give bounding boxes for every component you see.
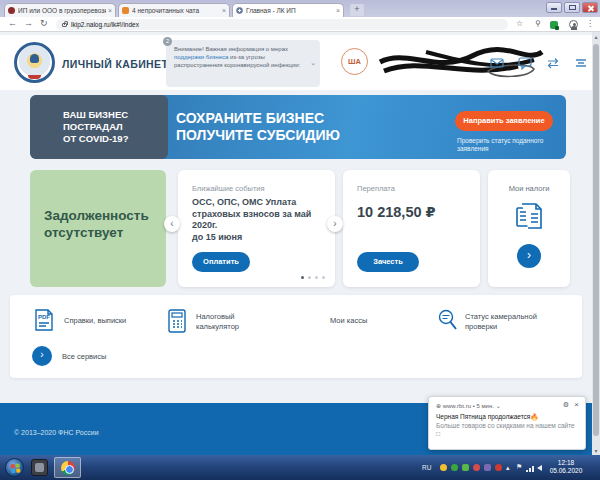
lock-icon [62,23,67,27]
tab-close-icon[interactable]: × [336,7,340,14]
events-title: ОСС, ОПС, ОМС Уплата страховых взносов з… [192,197,324,243]
banner-left-line: ПОСТРАДАЛ [63,121,168,133]
browser-tab-1[interactable]: ИП или ООО в грузоперевозк × [4,3,116,17]
scroll-down-icon[interactable]: ▾ [592,447,600,454]
windows-start-button[interactable] [5,458,24,477]
overpayment-card[interactable]: Переплата 10 218,50 ₽ Зачесть [343,170,480,287]
volume-icon[interactable] [537,465,542,471]
tray-icon-1[interactable] [440,464,447,471]
service-certificates[interactable]: Справки, выписки [64,316,126,326]
debt-status-card[interactable]: Задолженность отсутствует [30,170,166,287]
overpayment-label: Переплата [357,184,395,193]
gear-icon[interactable]: ⚙ [563,401,569,409]
tab-favicon [8,7,15,14]
globe-icon: ⊕ [436,403,441,409]
url-field[interactable]: lkip2.nalog.ru/lk#!/index [56,19,508,30]
chat-icon[interactable] [518,56,532,70]
service-my-cash-registers[interactable]: Мои кассы [330,316,367,326]
offset-button[interactable]: Зачесть [357,252,419,272]
chrome-icon [61,461,75,475]
taskbar-clock[interactable]: 12:18 05.06.2020 [545,459,587,475]
bookmark-star-icon[interactable]: ☆ [516,19,523,28]
tray-icon-5[interactable] [484,464,491,471]
tab-close-icon[interactable]: × [108,7,112,14]
chevron-down-icon[interactable]: ⌄ [310,59,316,67]
submit-application-button[interactable]: Направить заявление [455,111,553,131]
browser-titlebar: ИП или ООО в грузоперевозк × 4 непрочита… [0,0,600,17]
tab-favicon [236,7,243,14]
scroll-up-icon[interactable]: ▴ [592,33,600,40]
pdf-document-icon: PDF [34,309,54,337]
all-services-arrow-icon[interactable]: › [32,346,52,366]
network-icon[interactable] [526,466,535,472]
check-status-link[interactable]: Проверить статус поданного заявления [457,137,562,153]
subsidy-banner[interactable]: ВАШ БИЗНЕС ПОСТРАДАЛ ОТ COVID-19? СОХРАН… [30,95,566,159]
tab-favicon [122,7,129,14]
page-scrollbar[interactable]: ▴ ▾ [592,32,600,455]
push-notification[interactable]: ⊕ www.rbt.ru • 5 мин. ⌄ ⚙ × Черная Пятни… [428,396,586,450]
close-icon[interactable]: × [574,400,579,409]
chevron-down-icon[interactable]: ⌄ [496,403,501,409]
window-close-button[interactable] [582,2,598,13]
banner-left-line: ОТ COVID-19? [63,133,168,145]
debt-line: Задолженность [44,207,149,224]
transfer-arrows-icon[interactable] [546,56,560,70]
forward-icon[interactable]: → [24,18,33,28]
tray-icon-4[interactable] [473,464,480,471]
browser-tab-active[interactable]: Главная - ЛК ИП × [232,3,344,17]
my-taxes-label: Мои налоги [488,184,570,193]
notice-link[interactable]: поддержки бизнеса [174,54,228,60]
tray-icon-3[interactable] [462,464,469,471]
back-icon[interactable]: ← [8,18,17,28]
all-services-link[interactable]: Все сервисы [62,352,106,362]
carousel-prev-button[interactable]: ‹ [164,216,180,232]
banner-title-line: СОХРАНИТЕ БИЗНЕС [176,110,340,127]
pay-button[interactable]: Оплатить [192,252,250,272]
events-card[interactable]: Ближайшие события ОСС, ОПС, ОМС Уплата с… [178,170,335,287]
browser-addressbar: ← → ↻ lkip2.nalog.ru/lk#!/index ☆ ⚲ ⋮ [0,17,600,32]
tab-title: Главная - ЛК ИП [246,7,334,14]
avatar[interactable]: ША [341,48,368,75]
key-icon[interactable]: ⚲ [535,19,541,28]
banner-title: СОХРАНИТЕ БИЗНЕС ПОЛУЧИТЕ СУБСИДИЮ [176,110,340,144]
window-maximize-button[interactable] [564,2,580,13]
tab-title: ИП или ООО в грузоперевозк [18,7,106,14]
extension-icon[interactable] [550,21,558,29]
browser-tab-2[interactable]: 4 непрочитанных чата × [118,3,230,17]
my-taxes-card[interactable]: Мои налоги › [488,170,570,287]
scrollbar-thumb[interactable] [593,44,599,436]
hidden-icons-chevron[interactable]: ▴ [506,464,510,472]
calculator-icon [167,309,187,337]
notification-header: ⊕ www.rbt.ru • 5 мин. ⌄ [436,402,501,409]
svg-text:PDF: PDF [38,314,50,320]
service-desk-audit-status[interactable]: Статус камеральной проверки [465,312,549,331]
mail-icon[interactable] [490,56,504,70]
window-minimize-button[interactable] [546,2,562,13]
debt-status-text: Задолженность отсутствует [44,207,149,241]
my-taxes-arrow-button[interactable]: › [517,244,541,268]
taskbar-chrome-button[interactable] [54,457,81,478]
flag-icon[interactable]: ⚑ [516,463,522,471]
taskbar-app-icon[interactable] [31,459,48,476]
new-tab-button[interactable]: + [350,4,364,16]
copyright-text: © 2013–2020 ФНС России [14,429,99,436]
overpayment-amount: 10 218,50 ₽ [357,204,436,220]
covid-notice[interactable]: 2 Внимание! Важная информация о мерах по… [166,40,320,87]
tray-icon-2[interactable] [451,464,458,471]
events-deadline: до 15 июня [192,232,242,242]
language-indicator[interactable]: RU [422,464,431,471]
tray-icon-6[interactable] [495,464,502,471]
service-tax-calculator[interactable]: Налоговый калькулятор [196,312,258,331]
reload-icon[interactable]: ↻ [40,18,48,28]
windows-taskbar: RU ▴ ⚑ 12:18 05.06.2020 [0,455,600,480]
tab-close-icon[interactable]: × [222,7,226,14]
notification-body-emoji: □ [436,430,440,437]
overflow-menu-icon[interactable]: ⋮ [586,19,594,28]
banner-title-line: ПОЛУЧИТЕ СУБСИДИЮ [176,127,340,144]
menu-icon[interactable] [574,56,588,70]
profile-icon[interactable] [569,20,578,29]
carousel-dots[interactable] [301,276,325,279]
desktop-screen: ИП или ООО в грузоперевозк × 4 непрочита… [0,0,600,480]
clock-time: 12:18 [545,459,587,467]
carousel-next-button[interactable]: › [327,216,343,232]
